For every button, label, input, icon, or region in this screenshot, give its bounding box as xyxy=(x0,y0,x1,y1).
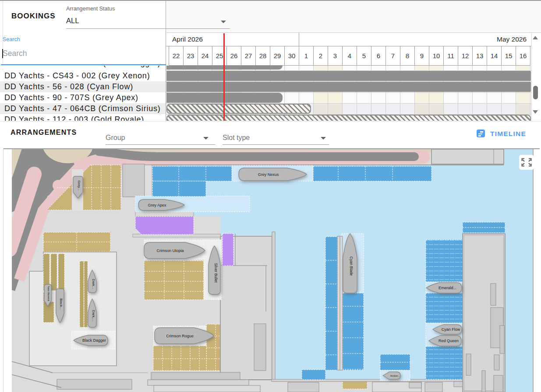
svg-text:Grey Nexus: Grey Nexus xyxy=(258,172,279,177)
svg-text:Grey Apex: Grey Apex xyxy=(148,203,166,207)
svg-text:Emerald...: Emerald... xyxy=(438,286,456,290)
svg-text:Red Queen: Red Queen xyxy=(438,339,459,343)
svg-text:Crimson Utopia: Crimson Utopia xyxy=(156,248,184,253)
svg-text:Amber...: Amber... xyxy=(390,374,400,377)
svg-text:Grey...: Grey... xyxy=(77,180,81,190)
svg-text:Dark,...: Dark,... xyxy=(92,310,95,322)
svg-text:Cyan Blade: Cyan Blade xyxy=(349,256,354,276)
svg-text:Neon Maverick: Neon Maverick xyxy=(47,286,50,301)
svg-text:Dark...: Dark... xyxy=(92,279,95,289)
svg-text:Cyan Flow: Cyan Flow xyxy=(442,327,460,332)
svg-text:Black Dagger: Black Dagger xyxy=(82,338,106,343)
svg-text:Silver Bullet: Silver Bullet xyxy=(214,263,218,283)
svg-text:Black...: Black... xyxy=(59,298,63,310)
svg-text:Crimson Rogue: Crimson Rogue xyxy=(166,334,194,338)
